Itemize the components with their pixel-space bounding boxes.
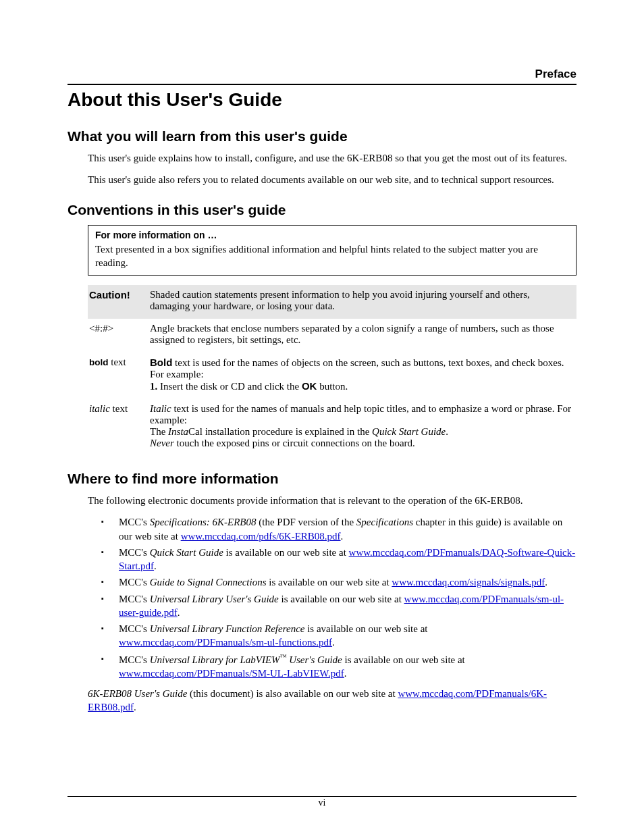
section-3-intro: The following electronic documents provi… — [88, 494, 576, 507]
page-title: About this User's Guide — [68, 89, 576, 111]
resource-link[interactable]: www.mccdaq.com/signals/signals.pdf — [392, 577, 545, 588]
list-item: MCC's Universal Library for LabVIEW™ Use… — [101, 652, 576, 681]
caution-row: Caution! Shaded caution statements prese… — [88, 285, 576, 319]
angle-text: Angle brackets that enclose numbers sepa… — [149, 319, 576, 353]
section-1-para-2: This user's guide also refers you to rel… — [88, 173, 576, 186]
info-box-title: For more information on … — [95, 230, 569, 240]
section-3-heading: Where to find more information — [68, 471, 576, 487]
angle-label: <#:#> — [88, 319, 149, 353]
caution-text: Shaded caution statements present inform… — [149, 285, 576, 319]
bold-label: bold text — [88, 353, 149, 399]
resource-link[interactable]: www.mccdaq.com/PDFmanuals/SM-UL-LabVIEW.… — [119, 668, 344, 679]
conventions-table: Caution! Shaded caution statements prese… — [88, 285, 576, 456]
section-1-heading: What you will learn from this user's gui… — [68, 128, 576, 145]
info-box: For more information on … Text presented… — [88, 225, 576, 276]
resources-list: MCC's Specifications: 6K-ERB08 (the PDF … — [101, 515, 576, 680]
info-box-text: Text presented in a box signifies additi… — [95, 242, 569, 270]
italic-row: italic text Italic text is used for the … — [88, 399, 576, 456]
resource-link[interactable]: www.mccdaq.com/PDFmanuals/sm-ul-function… — [119, 637, 332, 648]
italic-label: italic text — [88, 399, 149, 456]
bold-row: bold text Bold text is used for the name… — [88, 353, 576, 399]
header-rule — [68, 84, 576, 85]
section-1-para-1: This user's guide explains how to instal… — [88, 151, 576, 165]
bold-text: Bold text is used for the names of objec… — [149, 353, 576, 399]
angle-row: <#:#> Angle brackets that enclose number… — [88, 319, 576, 353]
section-2-heading: Conventions in this user's guide — [68, 202, 576, 218]
caution-label: Caution! — [89, 289, 130, 301]
list-item: MCC's Quick Start Guide is available on … — [101, 546, 576, 573]
list-item: MCC's Specifications: 6K-ERB08 (the PDF … — [101, 515, 576, 543]
list-item: MCC's Universal Library Function Referen… — [101, 622, 576, 650]
footer-rule — [68, 796, 576, 797]
list-item: MCC's Guide to Signal Connections is ava… — [101, 575, 576, 589]
resource-link[interactable]: www.mccdaq.com/pdfs/6K-ERB08.pdf — [181, 531, 341, 542]
page-number: vi — [0, 798, 644, 808]
preface-label: Preface — [68, 68, 576, 81]
list-item: MCC's Universal Library User's Guide is … — [101, 592, 576, 620]
closing-para: 6K-ERB08 User's Guide (this document) is… — [88, 687, 576, 714]
italic-text: Italic text is used for the names of man… — [149, 399, 576, 456]
